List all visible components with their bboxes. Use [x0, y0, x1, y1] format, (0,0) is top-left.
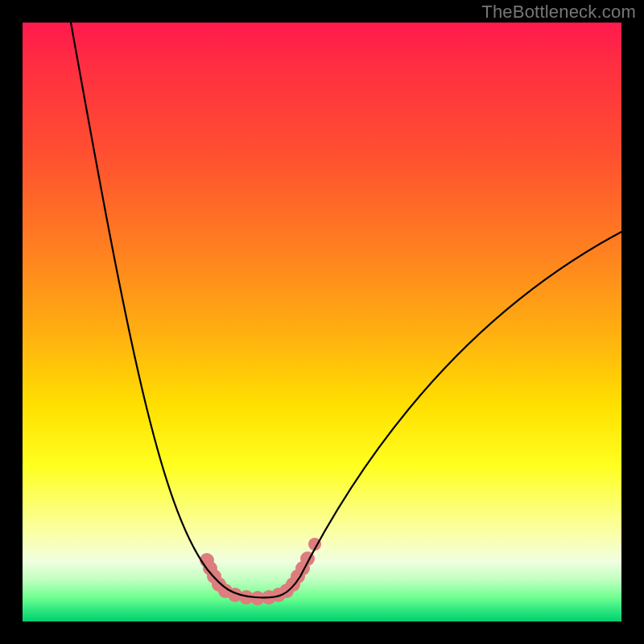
chart-svg	[23, 23, 621, 621]
chart-frame	[23, 23, 621, 621]
bottleneck-curve	[71, 23, 621, 597]
watermark-text: TheBottleneck.com	[481, 2, 636, 23]
